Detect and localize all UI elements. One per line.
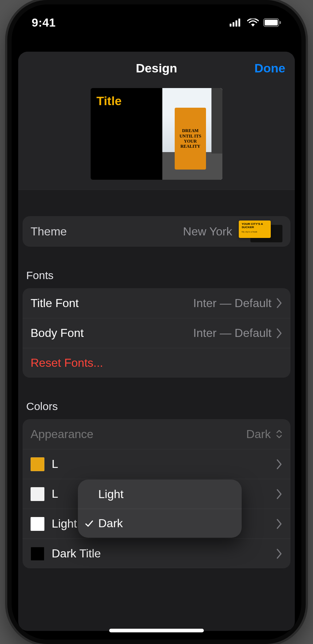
body-font-label: Body Font <box>31 326 84 340</box>
body-font-row[interactable]: Body Font Inter — Default <box>23 318 290 348</box>
phone-frame: 9:41 Design Done Title DREAM UNTIL ITS Y… <box>7 0 306 644</box>
color-row-label: Dark Title <box>52 547 101 560</box>
theme-thumbnails: YOUR CITY'S A SUCKER My city's a freak <box>239 220 282 242</box>
color-swatch <box>31 547 44 561</box>
preview-title: Title <box>96 94 156 108</box>
cellular-icon <box>230 19 243 27</box>
svg-rect-0 <box>230 24 231 27</box>
color-swatch <box>31 457 44 471</box>
page-title: Design <box>136 61 177 75</box>
svg-rect-5 <box>265 20 278 25</box>
chevron-right-icon <box>277 549 282 559</box>
thumb-title: YOUR CITY'S A SUCKER <box>242 223 268 229</box>
appearance-row[interactable]: Appearance Dark <box>23 419 290 449</box>
status-indicators <box>230 18 281 27</box>
popover-option-label: Light <box>98 488 123 501</box>
popover-option-label: Dark <box>98 517 123 530</box>
preview-image: DREAM UNTIL ITS YOUR REALITY <box>162 88 222 180</box>
color-row[interactable]: Dark Title <box>23 538 290 568</box>
chevron-right-icon <box>277 459 282 469</box>
reset-fonts-label: Reset Fonts... <box>31 356 103 370</box>
title-font-label: Title Font <box>31 297 79 310</box>
status-time: 9:41 <box>32 16 56 29</box>
design-sheet: Design Done Title DREAM UNTIL ITS YOUR R… <box>18 52 295 631</box>
color-swatch <box>31 487 44 501</box>
appearance-label: Appearance <box>31 428 94 441</box>
theme-label: Theme <box>31 225 67 238</box>
done-button[interactable]: Done <box>254 61 285 75</box>
popover-option-dark[interactable]: Dark <box>78 509 242 538</box>
status-bar: 9:41 <box>12 4 301 41</box>
preview-graffiti: DREAM UNTIL ITS YOUR REALITY <box>175 108 206 170</box>
color-swatch <box>31 517 44 531</box>
appearance-popover: Light Dark <box>78 480 242 538</box>
design-preview: Title DREAM UNTIL ITS YOUR REALITY <box>91 88 222 180</box>
svg-rect-1 <box>233 22 234 27</box>
svg-rect-6 <box>280 21 281 24</box>
theme-row[interactable]: Theme New York YOUR CITY'S A SUCKER My c… <box>23 216 290 247</box>
chevron-right-icon <box>277 489 282 499</box>
check-icon <box>85 520 93 528</box>
home-indicator[interactable] <box>109 629 204 632</box>
color-row-label: L <box>52 487 58 501</box>
fonts-group: Title Font Inter — Default Body Font Int… <box>23 288 290 378</box>
fonts-section-title: Fonts <box>26 269 295 282</box>
svg-rect-2 <box>235 20 237 27</box>
svg-rect-3 <box>238 19 240 27</box>
chevron-right-icon <box>277 328 282 338</box>
color-row[interactable]: L <box>23 449 290 479</box>
battery-icon <box>263 18 281 27</box>
thumb-subtitle: My city's a freak <box>242 231 268 233</box>
theme-value: New York <box>183 225 232 238</box>
color-row-label: L <box>52 457 58 471</box>
colors-section-title: Colors <box>26 400 295 413</box>
reset-fonts-button[interactable]: Reset Fonts... <box>23 348 290 378</box>
title-font-value: Inter — Default <box>193 297 272 310</box>
title-font-row[interactable]: Title Font Inter — Default <box>23 288 290 318</box>
chevron-right-icon <box>277 519 282 529</box>
body-font-value: Inter — Default <box>193 326 272 340</box>
appearance-value: Dark <box>246 428 271 441</box>
sheet-header: Design Done Title DREAM UNTIL ITS YOUR R… <box>18 52 295 190</box>
wifi-icon <box>247 19 259 27</box>
sort-icon <box>276 430 282 438</box>
popover-option-light[interactable]: Light <box>78 480 242 509</box>
chevron-right-icon <box>277 298 282 308</box>
